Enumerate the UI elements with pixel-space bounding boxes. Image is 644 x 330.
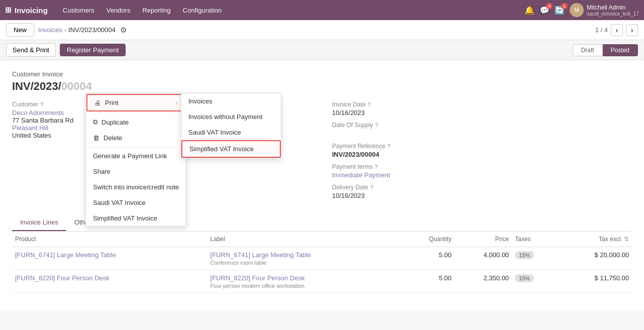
print-simplified-vat-label: Simplified VAT Invoice (189, 145, 254, 153)
simplified-vat-label: Simplified VAT Invoice (93, 214, 157, 222)
delivery-date-value[interactable]: 10/16/2023 (332, 192, 632, 199)
print-simplified-vat-item[interactable]: Simplified VAT Invoice (181, 140, 281, 158)
print-invoices-item[interactable]: Invoices (181, 93, 281, 109)
switch-menu-item[interactable]: Switch into invoice/credit note (86, 179, 186, 195)
prev-page-button[interactable]: ‹ (611, 24, 623, 36)
print-saudi-vat-label: Saudi VAT Invoice (188, 129, 241, 136)
saudi-vat-menu-item[interactable]: Saudi VAT Invoice (86, 195, 186, 210)
quantity-1[interactable]: 5.00 (402, 247, 455, 270)
status-draft[interactable]: Draft (573, 44, 603, 56)
menu-vendors[interactable]: Vendors (101, 5, 136, 16)
date-of-supply-field: Date Of Supply ? (332, 122, 632, 138)
top-navigation: ⊞ Invoicing Customers Vendors Reporting … (0, 0, 644, 20)
user-name: Mitchell Admin (587, 4, 639, 11)
invoice-lines-table: Product Label Quantity Price Taxes Tax e… (12, 232, 632, 293)
sort-icon[interactable]: ⇅ (624, 236, 629, 243)
print-invoices-label: Invoices (188, 97, 212, 105)
invoice-date-help: ? (368, 101, 371, 107)
document-number: INV/2023/00004 (12, 80, 632, 93)
date-supply-help: ? (375, 122, 378, 128)
menu-configuration[interactable]: Configuration (178, 5, 227, 16)
chat-badge: 4 (546, 3, 553, 9)
col-taxes: Taxes (512, 232, 558, 247)
action-bar: New Invoices › INV/2023/00004 ⚙ 1 / 4 ‹ … (0, 20, 644, 40)
user-menu[interactable]: M Mitchell Admin saudi_einvoice_knk_17 (570, 3, 639, 17)
tab-invoice-lines[interactable]: Invoice Lines (12, 214, 66, 231)
gear-dropdown: 🖨 Print › ⧉ Duplicate 🗑 Delete Generate … (85, 93, 186, 227)
table-row: [FURN_6741] Large Meeting Table [FURN_67… (12, 247, 632, 270)
avatar: M (570, 3, 584, 17)
col-quantity: Quantity (402, 232, 455, 247)
share-label: Share (93, 168, 111, 175)
payment-terms-value[interactable]: Immediate Payment (332, 171, 632, 179)
menu-reporting[interactable]: Reporting (137, 5, 175, 16)
print-submenu: Invoices Invoices without Payment Saudi … (181, 93, 281, 158)
product-1[interactable]: [FURN_6741] Large Meeting Table (15, 251, 116, 259)
app-logo[interactable]: ⊞ Invoicing (5, 6, 48, 15)
delivery-date-field: Delivery Date ? 10/16/2023 (332, 184, 632, 199)
label-sub-2: Four person modern office workstation (210, 283, 400, 289)
payment-ref-help: ? (387, 143, 390, 149)
invoice-date-field: Invoice Date ? 10/16/2023 (332, 101, 632, 117)
generate-payment-link-item[interactable]: Generate a Payment Link (86, 148, 186, 164)
date-of-supply-value[interactable] (332, 130, 632, 138)
user-subtitle: saudi_einvoice_knk_17 (587, 11, 639, 17)
delete-label: Delete (103, 134, 123, 142)
customer-help-icon: ? (40, 101, 43, 107)
send-print-button[interactable]: Send & Print (6, 43, 56, 57)
new-button[interactable]: New (6, 23, 34, 37)
saudi-vat-label: Saudi VAT Invoice (93, 199, 146, 206)
gear-button[interactable]: ⚙ (118, 25, 129, 36)
payment-ref-value: INV/2023/00004 (332, 151, 632, 158)
tax-excl-1: $ 20,000.00 (558, 247, 632, 270)
update-badge: 1 (561, 3, 568, 9)
chat-icon[interactable]: 💬 4 (540, 6, 550, 15)
payment-ref-field: Payment Reference ? INV/2023/00004 (332, 143, 632, 158)
simplified-vat-menu-item[interactable]: Simplified VAT Invoice (86, 210, 186, 226)
notification-icon[interactable]: 🔔 (524, 6, 534, 15)
breadcrumb: Invoices › INV/2023/00004 ⚙ (38, 25, 129, 36)
menu-customers[interactable]: Customers (58, 5, 99, 16)
tax-excl-2: $ 11,750.00 (558, 270, 632, 293)
print-label: Print (105, 99, 119, 106)
main-content: Customer Invoice INV/2023/00004 Customer… (0, 60, 644, 310)
breadcrumb-parent[interactable]: Invoices (38, 26, 62, 34)
price-2[interactable]: 2,350.00 (455, 270, 512, 293)
payment-terms-help: ? (375, 164, 378, 170)
invoice-date-value[interactable]: 10/16/2023 (332, 109, 632, 117)
payment-ref-label: Payment Reference ? (332, 143, 632, 150)
duplicate-menu-item[interactable]: ⧉ Duplicate (86, 114, 186, 130)
next-page-button[interactable]: › (626, 24, 638, 36)
pagination-text: 1 / 4 (595, 26, 608, 34)
print-arrow-icon: › (175, 99, 177, 106)
quantity-2[interactable]: 5.00 (402, 270, 455, 293)
label-sub-1: Conference room table (210, 260, 400, 266)
price-1[interactable]: 4,000.00 (455, 247, 512, 270)
col-label: Label (207, 232, 403, 247)
label-main-2[interactable]: [FURN_8220] Four Person Desk (210, 274, 400, 282)
print-invoices-no-payment-label: Invoices without Payment (188, 113, 262, 121)
print-menu-item[interactable]: 🖨 Print › (86, 94, 185, 112)
print-saudi-vat-item[interactable]: Saudi VAT Invoice (181, 125, 281, 140)
status-pills: Draft Posted (573, 44, 638, 56)
print-invoices-no-payment-item[interactable]: Invoices without Payment (181, 109, 281, 125)
sub-action-bar: Send & Print Register Payment Draft Post… (0, 40, 644, 60)
label-main-1[interactable]: [FURN_6741] Large Meeting Table (210, 251, 400, 259)
generate-payment-label: Generate a Payment Link (93, 152, 167, 160)
switch-label: Switch into invoice/credit note (93, 183, 179, 191)
duplicate-label: Duplicate (101, 119, 129, 126)
product-2[interactable]: [FURN_8220] Four Person Desk (15, 274, 110, 282)
invoice-date-label: Invoice Date ? (332, 101, 632, 108)
top-menu: Customers Vendors Reporting Configuratio… (58, 5, 514, 16)
share-menu-item[interactable]: Share (86, 164, 186, 179)
duplicate-icon: ⧉ (93, 118, 97, 126)
delete-menu-item[interactable]: 🗑 Delete (86, 130, 186, 146)
col-price: Price (455, 232, 512, 247)
tax-badge-2: 15% (515, 274, 534, 282)
grid-icon: ⊞ (5, 6, 12, 15)
trash-icon: 🗑 (93, 134, 99, 142)
register-payment-button[interactable]: Register Payment (60, 44, 126, 56)
topnav-right: 🔔 💬 4 🔄 1 M Mitchell Admin saudi_einvoic… (524, 3, 639, 17)
update-icon[interactable]: 🔄 1 (555, 6, 565, 15)
status-posted[interactable]: Posted (603, 44, 638, 56)
